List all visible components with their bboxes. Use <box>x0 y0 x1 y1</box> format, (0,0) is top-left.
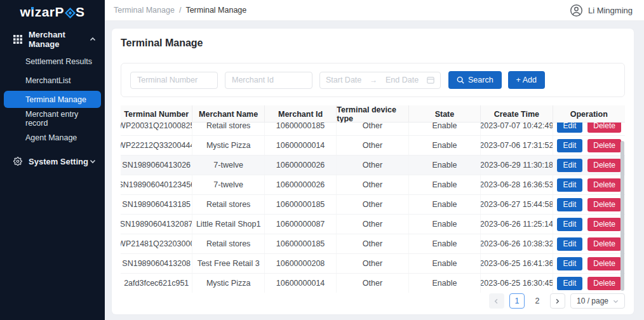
breadcrumb-parent[interactable]: Terminal Manage <box>114 6 175 15</box>
pagination-page-1[interactable]: 1 <box>509 293 525 309</box>
cell-operation: EditDelete <box>553 274 625 293</box>
cell-state: Enable <box>409 215 481 234</box>
edit-button[interactable]: Edit <box>557 218 583 231</box>
breadcrumb-separator: / <box>179 6 181 15</box>
edit-button[interactable]: Edit <box>557 198 583 211</box>
sidebar-item-system-setting[interactable]: System Setting <box>0 150 105 173</box>
cell-terminal-number: 2afd3fcec621c951 <box>121 274 192 293</box>
cell-merchant-id: 10600000026 <box>265 175 337 194</box>
sidebar-item-label: Terminal Manage <box>25 95 86 104</box>
cell-terminal-number: SN1989060413208 <box>121 254 192 273</box>
table-row: SN1989060413185Retail stores10600000185O… <box>121 195 625 215</box>
cell-create-time: 2023-07-07 10:42:49 <box>481 123 553 135</box>
date-range-picker[interactable]: Start Date → End Date <box>319 72 441 89</box>
cell-create-time: 2023-06-27 15:44:58 <box>481 195 553 214</box>
cell-device-type: Other <box>337 156 408 175</box>
cell-merchant-id: 10600000014 <box>265 136 337 155</box>
delete-button[interactable]: Delete <box>587 159 621 172</box>
cell-merchant-name: Retail stores <box>192 195 264 214</box>
table-scroll-area[interactable]: WP20031Q21000825Retail stores10600000185… <box>121 123 625 293</box>
sidebar-item-label: System Setting <box>29 157 90 166</box>
edit-button[interactable]: Edit <box>557 178 583 192</box>
terminal-number-input[interactable] <box>130 72 218 89</box>
cell-merchant-name: Mystic Pizza <box>192 274 264 293</box>
cell-merchant-name: Mystic Pizza <box>192 136 264 155</box>
cell-terminal-number: SN1989060413185 <box>121 195 192 214</box>
page-title: Terminal Manage <box>121 36 625 50</box>
cell-operation: EditDelete <box>553 234 625 253</box>
cell-create-time: 2023-06-25 16:30:45 <box>481 274 553 293</box>
cell-device-type: Other <box>337 234 408 253</box>
column-header-state: State <box>409 105 481 123</box>
table-row: WP21481Q23203000Retail stores10600000185… <box>121 234 625 254</box>
table-scrollbar-thumb[interactable] <box>621 141 624 291</box>
sidebar-item-label: MerchantList <box>25 76 71 85</box>
delete-button[interactable]: Delete <box>587 257 621 270</box>
brand-logo[interactable]: wizarPS <box>0 0 105 24</box>
column-header-terminal-number: Terminal Number <box>121 105 192 123</box>
edit-button[interactable]: Edit <box>557 123 583 133</box>
cell-merchant-id: 10600000014 <box>265 274 337 293</box>
cell-create-time: 2023-06-26 10:38:32 <box>481 234 553 253</box>
delete-button[interactable]: Delete <box>587 123 621 133</box>
range-arrow-icon: → <box>370 76 377 84</box>
cell-state: Enable <box>409 156 481 175</box>
topbar: Terminal Manage / Terminal Manage Li Min… <box>105 0 644 21</box>
table-row: SN19890604130267-twelve10600000026OtherE… <box>121 156 625 175</box>
user-avatar-icon <box>570 4 583 17</box>
cell-terminal-number: WP21481Q23203000 <box>121 234 192 253</box>
cell-merchant-name: Test Free Retail 3 <box>192 254 264 273</box>
pagination-next-button[interactable] <box>550 293 565 309</box>
table-row: SN1989060413208Test Free Retail 31060000… <box>121 254 625 274</box>
cell-device-type: Other <box>337 175 408 194</box>
delete-button[interactable]: Delete <box>587 237 621 251</box>
cell-terminal-number: SN198906040123456 <box>121 175 192 194</box>
sidebar-item-label: Agent Manage <box>25 133 77 142</box>
sidebar-item-agent-manage[interactable]: Agent Manage <box>4 129 101 146</box>
page-size-label: 10 / page <box>577 297 608 305</box>
user-name: Li Mingming <box>588 6 633 15</box>
search-button[interactable]: Search <box>448 71 502 89</box>
edit-button[interactable]: Edit <box>557 257 583 270</box>
page-size-select[interactable]: 10 / page <box>570 293 625 309</box>
sidebar-item-settlement-results[interactable]: Settlement Results <box>4 53 101 70</box>
cell-state: Enable <box>409 136 481 155</box>
calendar-icon <box>427 76 434 84</box>
edit-button[interactable]: Edit <box>557 237 583 251</box>
cell-merchant-name: 7-twelve <box>192 156 264 175</box>
column-header-create-time: Create Time <box>481 105 553 123</box>
delete-button[interactable]: Delete <box>587 277 621 290</box>
table-row: SN19890604132087Little Retail Shop110600… <box>121 215 625 234</box>
sidebar: wizarPS Merchant Manage Settlement Resul… <box>0 0 105 320</box>
merchant-id-input[interactable] <box>225 72 312 89</box>
cell-device-type: Other <box>337 123 408 135</box>
edit-button[interactable]: Edit <box>557 139 583 152</box>
column-header-merchant-id: Merchant Id <box>265 105 337 123</box>
gear-icon <box>13 157 22 166</box>
delete-button[interactable]: Delete <box>587 139 621 152</box>
edit-button[interactable]: Edit <box>557 277 583 290</box>
sidebar-item-merchant-entry-record[interactable]: Merchant entry record <box>4 110 101 127</box>
delete-button[interactable]: Delete <box>587 218 621 231</box>
delete-button[interactable]: Delete <box>587 198 621 211</box>
terminal-table: Terminal NumberMerchant NameMerchant IdT… <box>121 105 625 293</box>
delete-button[interactable]: Delete <box>587 178 621 192</box>
pagination-page-2[interactable]: 2 <box>530 293 545 309</box>
pagination: 1 2 10 / page <box>489 293 625 309</box>
cell-operation: EditDelete <box>553 195 625 214</box>
logo-text: w <box>20 4 30 20</box>
add-button[interactable]: + Add <box>508 71 545 89</box>
pagination-prev-button[interactable] <box>489 293 504 309</box>
cell-device-type: Other <box>337 215 408 234</box>
column-header-operation: Operation <box>553 105 625 123</box>
cell-create-time: 2023-06-26 11:25:14 <box>481 215 553 234</box>
sidebar-item-terminal-manage[interactable]: Terminal Manage <box>4 91 101 108</box>
user-menu[interactable]: Li Mingming <box>570 4 633 17</box>
table-row: 2afd3fcec621c951Mystic Pizza10600000014O… <box>121 274 625 293</box>
logo-text: P <box>55 4 65 20</box>
sidebar-item-label: Settlement Results <box>25 57 92 66</box>
sidebar-item-merchantlist[interactable]: MerchantList <box>4 72 101 89</box>
sidebar-item-merchant-manage[interactable]: Merchant Manage <box>0 28 105 51</box>
cell-state: Enable <box>409 175 481 194</box>
edit-button[interactable]: Edit <box>557 159 583 172</box>
